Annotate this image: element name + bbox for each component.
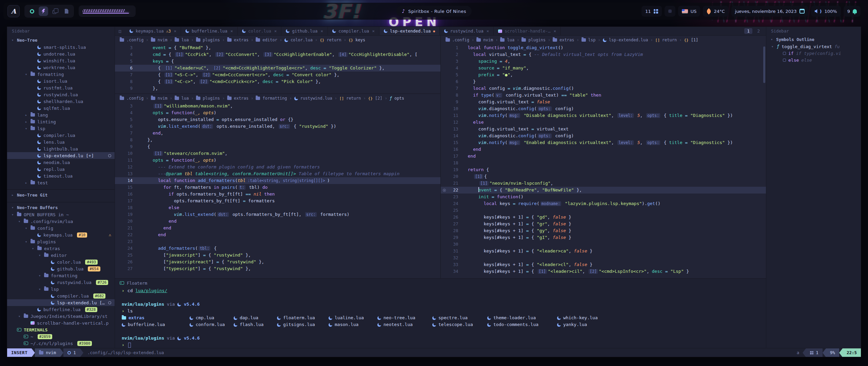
tree-row[interactable]: lsp-extended.lu [+] (7, 299, 115, 306)
breadcrumb-item[interactable]: keys (355, 38, 365, 42)
breadcrumb-item[interactable]: plugins (203, 38, 220, 42)
tab-lsp-extended-lua[interactable]: lsp-extended.lua● (379, 27, 440, 35)
cwd-segment[interactable]: nvim (35, 348, 60, 357)
tab-keymaps-lua[interactable]: keymaps.lua⚠3× (125, 27, 181, 35)
tree-row[interactable]: keymaps.lua#10 (7, 231, 115, 238)
close-icon[interactable]: × (174, 28, 177, 34)
breadcrumb-item[interactable]: [2] (375, 96, 382, 101)
breadcrumb-item[interactable]: plugins (203, 96, 220, 101)
window-count-widget[interactable]: 11 (642, 6, 662, 17)
tree-row[interactable]: OPEN BUFFERS in ~ (7, 211, 115, 218)
close-icon[interactable]: × (487, 28, 489, 34)
tree-row[interactable]: ~/.c/n/l/plugins#3980 (7, 340, 115, 347)
tree-row[interactable]: extras (7, 245, 115, 252)
tree-row[interactable]: config (7, 225, 115, 231)
tabpage-1[interactable]: 1 (744, 28, 752, 34)
active-window-title[interactable] (79, 5, 136, 17)
tree-row[interactable]: lsp (7, 286, 115, 292)
breadcrumb-item[interactable]: lua (181, 96, 189, 101)
workspace-1-button[interactable] (27, 6, 37, 16)
close-icon[interactable]: × (321, 28, 323, 34)
scrollbar[interactable] (763, 46, 765, 83)
workspace-4-button[interactable] (62, 6, 71, 16)
breadcrumb-item[interactable]: formatting (262, 96, 287, 101)
tree-row[interactable]: undotree.lua (7, 50, 115, 57)
tree-row[interactable]: lsp (7, 125, 115, 132)
tree-row[interactable]: formatting (7, 71, 115, 78)
section-header[interactable]: Neo-Tree Git (7, 191, 115, 199)
breadcrumb-item[interactable]: lsp (588, 38, 596, 42)
tree-row[interactable]: lightbulb.lua (7, 145, 115, 152)
tree-row[interactable]: scrollbar-handle-vertical.p (7, 320, 115, 326)
tree-row[interactable]: repl.lua (7, 166, 115, 172)
tray-icon-button[interactable] (665, 6, 675, 17)
pane-rustywind-lua[interactable]: .config›nvim›lua›plugins›extras›formatti… (115, 94, 440, 278)
breadcrumb-item[interactable]: nvim (483, 38, 493, 42)
breadcrumb-item[interactable]: plugins (528, 38, 546, 42)
breadcrumb-item[interactable]: editor (262, 38, 277, 42)
tree-row[interactable]: github.lua#654 (7, 265, 115, 272)
tree-row[interactable]: rustfmt.lua (7, 84, 115, 91)
tree-row[interactable]: Juegos/Indies/SteamLibrary/st (7, 313, 115, 320)
tree-row[interactable]: worktree.lua (7, 64, 115, 71)
breadcrumb-item[interactable]: return (346, 96, 361, 101)
code-area[interactable]: 3 [1]"williamboman/mason.nvim",4 opts = … (115, 103, 440, 278)
breadcrumb-item[interactable]: nvim (158, 38, 167, 42)
volume-widget[interactable]: ) 100% (811, 6, 841, 17)
tab-scrollbar-handle-[interactable]: scrollbar-handle-…× (494, 27, 561, 35)
keyboard-layout-widget[interactable]: US (678, 6, 701, 17)
tree-row[interactable]: sqlfmt.lua (7, 105, 115, 111)
tree-row[interactable]: test (7, 179, 115, 186)
close-icon[interactable]: × (554, 28, 556, 34)
code-area[interactable]: 1local function toggle_diag_virtext()2 l… (441, 44, 766, 278)
tree-row[interactable]: smart-splits.lua (7, 44, 115, 50)
breadcrumb-item[interactable]: opts (394, 96, 404, 101)
breadcrumb-item[interactable]: .config (126, 38, 144, 42)
workspace-2-button[interactable] (39, 6, 48, 16)
breadcrumb-item[interactable]: color.lua (291, 38, 313, 42)
tree-row[interactable]: editor (7, 252, 115, 259)
breadcrumb-item[interactable]: return (662, 38, 677, 42)
clock-widget[interactable]: jueves, noviembre 16, 2023 (731, 6, 808, 17)
close-icon[interactable]: × (231, 28, 233, 34)
section-header[interactable]: Neo-Tree (7, 36, 115, 44)
tree-row[interactable]: rustywind.lua#726 (7, 279, 115, 286)
tree-row[interactable]: plugins (7, 238, 115, 245)
tab-rustywind-lua[interactable]: rustywind.lua× (440, 27, 494, 35)
breadcrumb-item[interactable]: .config (452, 38, 470, 42)
tab-compiler-lua[interactable]: compiler.lua× (328, 27, 379, 35)
close-icon[interactable]: × (274, 28, 277, 34)
breadcrumb-item[interactable]: return (327, 38, 341, 42)
breadcrumb-item[interactable]: extras (234, 96, 249, 101)
tree-row[interactable]: linting (7, 118, 115, 125)
outline-item[interactable]: toggle_diag_virtextfu (766, 43, 861, 50)
tree-row[interactable]: lsp-extended.lu [+] (7, 152, 115, 159)
close-icon[interactable]: × (372, 28, 375, 34)
tabpage-2[interactable]: 2 (754, 28, 763, 34)
tab-github-lua[interactable]: github.lua× (281, 27, 328, 35)
tree-row[interactable]: lang (7, 111, 115, 118)
tree-row[interactable]: .config/nvim/lua (7, 218, 115, 225)
notifications-widget[interactable]: 9 (844, 6, 861, 17)
breadcrumb-item[interactable]: lua (181, 38, 189, 42)
breadcrumb-item[interactable]: .config (126, 96, 144, 101)
tree-row[interactable]: rustywind.lua (7, 91, 115, 98)
tree-row[interactable]: TERMINALS (7, 326, 115, 333)
now-playing-widget[interactable]: ♪ Spiritbox - Rule Of Nines (396, 6, 472, 17)
outline-item[interactable]: ifif type(config.vi (766, 50, 861, 57)
weather-widget[interactable]: 24°C (703, 6, 728, 17)
breadcrumb-item[interactable]: extras (234, 38, 249, 42)
tree-row[interactable]: ~#2859 (7, 333, 115, 340)
breadcrumb-item[interactable]: lua (507, 38, 514, 42)
tree-row[interactable]: bufferline.lua#328 (7, 306, 115, 313)
tree-row[interactable]: compiler.lua (7, 132, 115, 139)
tree-row[interactable]: compiler.lua#682 (7, 292, 115, 299)
tree-row[interactable]: color.lua#493 (7, 259, 115, 265)
tree-row[interactable]: isort.lua (7, 78, 115, 84)
breadcrumb-item[interactable]: lsp-extended.lua (609, 38, 648, 42)
terminal-output[interactable]: ›cd lua/plugins/ nvim/lua/plugins via v5… (115, 287, 766, 348)
tab-bufferline-lua[interactable]: bufferline.lua× (181, 27, 238, 35)
tree-row[interactable]: formatting (7, 272, 115, 279)
pane-color-lua[interactable]: .config›nvim›lua›plugins›extras›editor›c… (115, 36, 440, 94)
breadcrumb-item[interactable]: nvim (158, 96, 167, 101)
